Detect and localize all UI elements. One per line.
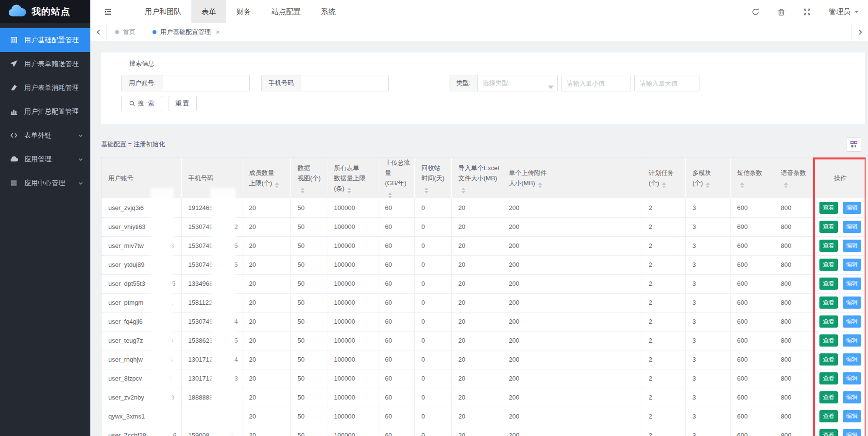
top-nav-item[interactable]: 用户和团队 — [135, 0, 191, 23]
view-button[interactable]: 查看 — [819, 202, 838, 214]
table-row: user_rnqhjw41301712420501000006002020023… — [102, 350, 866, 369]
tab-active[interactable]: 用户基础配置管理× — [144, 23, 228, 41]
reset-button[interactable]: 重置 — [169, 96, 197, 111]
config-value-cell: 2 — [642, 293, 685, 312]
column-header[interactable]: 导入单个Excel文件大小(MB) — [451, 157, 502, 198]
view-button[interactable]: 查看 — [819, 372, 838, 384]
sidebar-item[interactable]: 用户表单赠送管理 — [0, 52, 90, 76]
edit-button[interactable]: 编辑 — [843, 202, 861, 214]
column-header[interactable]: 计划任务(个) — [642, 157, 685, 198]
top-nav-item[interactable]: 站点配置 — [261, 0, 311, 23]
column-header[interactable]: 多模块(个) — [685, 157, 730, 198]
view-button[interactable]: 查看 — [819, 240, 838, 252]
search-button[interactable]: 搜 索 — [121, 96, 162, 111]
sort-icon[interactable] — [275, 182, 279, 188]
edit-button[interactable]: 编辑 — [843, 372, 861, 384]
top-nav-item[interactable]: 财务 — [226, 0, 261, 23]
view-button[interactable]: 查看 — [819, 259, 838, 271]
view-button[interactable]: 查看 — [819, 221, 838, 233]
collapse-menu-icon[interactable] — [103, 7, 112, 16]
brand[interactable]: 我的站点 — [0, 0, 90, 23]
view-button[interactable]: 查看 — [819, 429, 838, 436]
sort-icon[interactable] — [347, 188, 351, 193]
user-menu[interactable]: 管理员 — [829, 7, 859, 17]
tabs-scroll-left[interactable] — [90, 23, 107, 41]
config-value-cell: 600 — [730, 274, 774, 293]
phone-input[interactable] — [301, 75, 388, 91]
view-button[interactable]: 查看 — [819, 315, 838, 328]
sidebar-item[interactable]: 用户基础配置管理 — [0, 28, 90, 52]
sort-icon[interactable] — [784, 182, 788, 188]
sort-icon[interactable] — [388, 192, 392, 198]
column-header[interactable]: 短信条数 — [730, 157, 774, 198]
sort-icon[interactable] — [706, 182, 710, 188]
column-header[interactable]: 单个上传附件大小(MB) — [502, 157, 642, 198]
fullscreen-icon[interactable] — [803, 8, 811, 16]
config-value-cell: 20 — [451, 369, 502, 388]
view-button[interactable]: 查看 — [819, 391, 838, 403]
config-value-cell: 0 — [414, 236, 451, 255]
column-settings-button[interactable] — [847, 137, 861, 152]
sidebar-item[interactable]: 表单外链 — [0, 123, 90, 147]
app-window: 我的站点 用户基础配置管理用户表单赠送管理用户表单消耗管理用户汇总配置管理表单外… — [0, 0, 868, 436]
table-row: user_fq4gji61530749420501000006002020023… — [102, 312, 866, 331]
sort-icon[interactable] — [662, 182, 666, 188]
config-value-cell: 20 — [242, 426, 290, 436]
column-header[interactable]: 语音条数 — [774, 157, 814, 198]
config-value-cell: 600 — [730, 350, 774, 369]
tab-item[interactable]: 首页 — [107, 23, 144, 41]
actions-cell: 查看编辑 — [814, 388, 866, 407]
edit-button[interactable]: 编辑 — [843, 410, 861, 422]
edit-button[interactable]: 编辑 — [843, 429, 861, 436]
actions-cell: 查看编辑 — [814, 350, 866, 369]
edit-button[interactable]: 编辑 — [843, 221, 861, 233]
column-header[interactable]: 回收站时间(天) — [414, 157, 451, 198]
view-button[interactable]: 查看 — [819, 334, 838, 347]
view-button[interactable]: 查看 — [819, 296, 838, 309]
config-value-cell: 50 — [290, 369, 327, 388]
sort-icon[interactable] — [425, 188, 428, 193]
main-area: 用户和团队表单财务站点配置系统 管理员 — [90, 0, 868, 436]
config-value-cell: 60 — [378, 350, 414, 369]
edit-button[interactable]: 编辑 — [843, 240, 861, 252]
table-row: user_zv2nby31888888205010000060020200236… — [102, 388, 866, 407]
config-value-cell: 800 — [774, 350, 814, 369]
edit-button[interactable]: 编辑 — [843, 296, 861, 309]
tabs-scroll-right[interactable] — [851, 23, 868, 41]
edit-button[interactable]: 编辑 — [843, 391, 861, 403]
sidebar-item[interactable]: 用户汇总配置管理 — [0, 100, 90, 123]
account-cell: user_fq4gji6 — [102, 312, 181, 331]
edit-button[interactable]: 编辑 — [843, 259, 861, 271]
edit-button[interactable]: 编辑 — [843, 353, 861, 366]
min-value-input[interactable] — [562, 75, 630, 91]
column-header[interactable]: 数据视图(个) — [290, 157, 327, 198]
column-header[interactable]: 上传总流量(GB/年) — [378, 157, 414, 198]
view-button[interactable]: 查看 — [819, 353, 838, 366]
account-input[interactable] — [163, 75, 249, 91]
sidebar-item[interactable]: 应用管理 — [0, 147, 90, 171]
refresh-icon[interactable] — [751, 8, 760, 16]
column-header[interactable]: 成员数量上限(个) — [242, 157, 290, 198]
column-header[interactable]: 所有表单数据量上限(条) — [327, 157, 378, 198]
sort-icon[interactable] — [461, 188, 465, 193]
sidebar-item[interactable]: 应用中心管理 — [0, 171, 90, 195]
view-button[interactable]: 查看 — [819, 278, 838, 290]
config-value-cell: 20 — [451, 388, 502, 407]
edit-button[interactable]: 编辑 — [843, 334, 861, 347]
sort-icon[interactable] — [740, 182, 744, 188]
top-nav-item[interactable]: 表单 — [191, 0, 226, 23]
type-select[interactable]: 选择类型 — [478, 75, 557, 91]
trash-icon[interactable] — [777, 8, 785, 16]
sidebar-item[interactable]: 用户表单消耗管理 — [0, 76, 90, 100]
max-value-input[interactable] — [634, 75, 699, 91]
sort-icon[interactable] — [538, 182, 542, 188]
top-nav-item[interactable]: 系统 — [311, 0, 346, 23]
view-button[interactable]: 查看 — [819, 410, 838, 422]
config-value-cell: 800 — [774, 236, 814, 255]
search-legend: 搜索信息 — [125, 59, 158, 68]
tab-close-icon[interactable]: × — [216, 29, 220, 35]
config-value-cell: 3 — [685, 407, 730, 426]
edit-button[interactable]: 编辑 — [843, 315, 861, 328]
edit-button[interactable]: 编辑 — [843, 278, 861, 290]
sort-icon[interactable] — [301, 188, 305, 193]
